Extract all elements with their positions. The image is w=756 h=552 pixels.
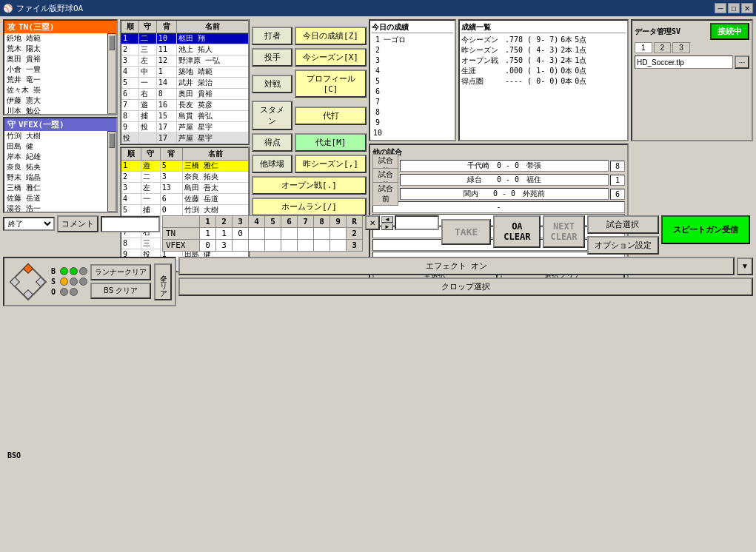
attack-lineup-row-2[interactable]: 2 三 11 池上 拓人 (121, 44, 249, 55)
open-season-btn[interactable]: オープン戦[.] (252, 176, 367, 195)
all-clear-button[interactable]: 全クリア (154, 263, 172, 300)
defense-lineup-row-3[interactable]: 3 左 13 島田 吾太 (121, 183, 249, 194)
defense-scrollbar[interactable] (107, 131, 116, 212)
defense-player-0[interactable]: 竹渕 大樹 (4, 131, 107, 141)
defense-player-4[interactable]: 野末 端晶 (4, 172, 107, 183)
tab-2[interactable]: 2 (654, 42, 672, 53)
score-tn-4[interactable] (249, 228, 265, 240)
attack-lineup-row-1[interactable]: 1 二 10 柩田 翔 (121, 33, 249, 44)
close-button[interactable]: ✕ (741, 3, 753, 13)
score-tn-6[interactable] (281, 228, 298, 240)
runner-clear-button[interactable]: ランナークリア (90, 264, 151, 280)
extra-score-input[interactable] (395, 215, 439, 230)
score-tn-7[interactable] (298, 228, 314, 240)
attack-player-6[interactable]: 佐々木 崇 (4, 85, 107, 95)
score-tn-3[interactable]: 0 (233, 228, 249, 240)
attack-player-7[interactable]: 伊藤 憲大 (4, 95, 107, 106)
attack-player-5[interactable]: 荒井 竜一 (4, 75, 107, 85)
pinch-runner-btn[interactable]: 代走[M] (295, 133, 367, 152)
attack-player-8[interactable]: 川本 勉公 (4, 106, 107, 114)
oa-clear-button[interactable]: OA CLEAR (493, 215, 541, 248)
defense-panel: 守 VFEX(一塁) 竹渕 大樹 田島 健 岸本 紀雄 奈良 拓央 野末 端晶 … (3, 117, 118, 213)
score-vfex-6[interactable] (281, 240, 298, 252)
score-tn-8[interactable] (314, 228, 330, 240)
connect-button[interactable]: 接続中 (710, 23, 749, 40)
end-select[interactable]: 終了 (3, 217, 55, 231)
attack-lineup-row-9[interactable]: 9 投 17 芦屋 星宇 (121, 122, 249, 133)
defense-player-2[interactable]: 岸本 紀雄 (4, 152, 107, 162)
score-vfex-8[interactable] (314, 240, 330, 252)
attack-lineup-row-5[interactable]: 5 一 14 武井 栄治 (121, 78, 249, 89)
defense-player-3[interactable]: 奈良 拓央 (4, 162, 107, 172)
tab-1[interactable]: 1 (635, 42, 652, 53)
profile-btn[interactable]: プロフィール[C] (295, 70, 367, 98)
effect-button[interactable]: エフェクト オン (178, 257, 735, 275)
bs-clear-button[interactable]: BS クリア (90, 283, 151, 299)
attack-lineup-row-7[interactable]: 7 遊 16 長友 英彦 (121, 100, 249, 111)
attack-header: 攻 TN(三塁) (4, 21, 116, 33)
score-label-btn[interactable]: 得点 (252, 133, 292, 152)
filename-input[interactable] (635, 55, 733, 69)
attack-player-2[interactable]: 荒木 陽太 (4, 44, 107, 54)
other-stadium-btn[interactable]: 他球場 (252, 155, 292, 173)
comment-input[interactable] (101, 216, 160, 232)
inning-next-button[interactable]: ► (381, 223, 393, 230)
defense-lineup-row-4[interactable]: 4 一 6 佐藤 岳道 (121, 194, 249, 205)
defense-lineup-row-2[interactable]: 2 二 3 奈良 拓央 (121, 172, 249, 183)
attack-lineup-row-8[interactable]: 8 捕 15 島貫 善弘 (121, 111, 249, 122)
option-button[interactable]: オプション設定 (587, 236, 659, 255)
score-close-button[interactable]: ✕ (365, 215, 380, 230)
last-season-btn[interactable]: 昨シーズン[,] (295, 155, 367, 173)
score-vfex-9[interactable] (330, 240, 347, 252)
attack-lineup-row-4[interactable]: 4 中 1 築地 靖範 (121, 67, 249, 78)
defense-player-6[interactable]: 佐藤 岳道 (4, 193, 107, 203)
score-tn-5[interactable] (265, 228, 281, 240)
stats-points: 1点 (575, 55, 586, 66)
inning-prev-button[interactable]: ◄ (381, 216, 393, 223)
score-vfex-4[interactable] (249, 240, 265, 252)
this-season-btn[interactable]: 今シーズン[X] (295, 48, 367, 67)
batter-label-btn[interactable]: 打者 (252, 27, 292, 45)
effect-arrow-button[interactable]: ▼ (737, 258, 753, 275)
file-menu-button[interactable]: ··· (735, 55, 749, 69)
crop-button[interactable]: クロップ選択 (178, 277, 753, 296)
result-row-4: 4 (372, 66, 453, 76)
defense-player-1[interactable]: 田島 健 (4, 141, 107, 152)
score-vfex-2[interactable]: 3 (216, 240, 233, 252)
next-clear-button[interactable]: NEXT CLEAR (543, 215, 584, 248)
score-tn-2[interactable]: 1 (216, 228, 233, 240)
row-order: 3 (121, 183, 141, 194)
tab-3[interactable]: 3 (672, 42, 690, 53)
score-vfex-r: 3 (347, 240, 363, 252)
attack-player-4[interactable]: 小倉 一豊 (4, 64, 107, 75)
score-vfex-3[interactable] (233, 240, 249, 252)
row-name: 島貫 善弘 (176, 111, 249, 122)
defense-player-7[interactable]: 湯谷 浩一 (4, 203, 107, 212)
attack-pitcher-row[interactable]: 投 17 芦屋 星宇 (121, 133, 249, 145)
score-vfex-5[interactable] (265, 240, 281, 252)
comment-button[interactable]: コメント (57, 215, 98, 232)
maximize-button[interactable]: □ (728, 3, 740, 13)
sub-btn[interactable]: 代打 (295, 107, 367, 125)
today-stats-btn[interactable]: 今日の成績[Z] (295, 27, 367, 45)
starter-label-btn[interactable]: スタメン (252, 101, 292, 130)
speed-gun-button[interactable]: スピートガン受信 (661, 215, 750, 244)
attack-scrollbar[interactable] (107, 33, 116, 114)
take-button[interactable]: TAKE (441, 219, 491, 245)
minimize-button[interactable]: ─ (715, 3, 726, 13)
row-order: 4 (121, 67, 139, 78)
stats-row-2: 昨シーズン .750 ( 4- 3) 2本 1点 (461, 45, 626, 55)
attack-player-3[interactable]: 奥田 貴裕 (4, 54, 107, 64)
match-select-button[interactable]: 試合選択 (587, 215, 659, 234)
score-tn-1[interactable]: 1 (200, 228, 216, 240)
attack-player-1[interactable]: 鋲地 靖範 (4, 33, 107, 44)
attack-lineup-row-3[interactable]: 3 左 12 野津原 一弘 (121, 55, 249, 67)
attack-lineup-row-6[interactable]: 6 右 8 奥田 貴裕 (121, 89, 249, 100)
score-tn-9[interactable] (330, 228, 347, 240)
score-vfex-7[interactable] (298, 240, 314, 252)
defense-lineup-row-1[interactable]: 1 遊 5 三橋 雅仁 (121, 161, 249, 172)
defense-player-5[interactable]: 三橋 雅仁 (4, 183, 107, 193)
pitcher-label-btn[interactable]: 投手 (252, 48, 292, 67)
opponent-label-btn[interactable]: 対戦 (252, 75, 292, 93)
score-vfex-1[interactable]: 0 (200, 240, 216, 252)
